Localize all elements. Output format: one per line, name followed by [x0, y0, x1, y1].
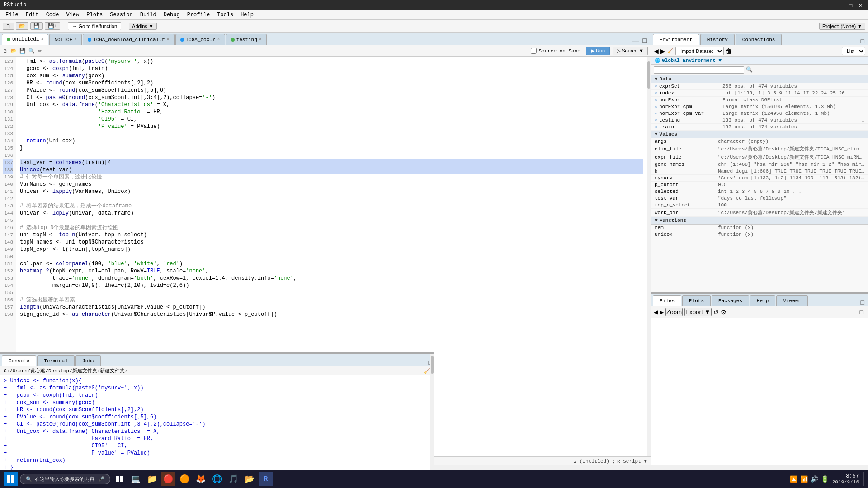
taskbar-app-8[interactable]: 📂 — [242, 472, 257, 486]
env-var-name[interactable]: rem — [655, 225, 718, 230]
show-desktop-button[interactable] — [863, 472, 864, 486]
list-view-dropdown[interactable]: List — [842, 47, 865, 55]
save-script-button[interactable]: 💾 — [19, 48, 26, 54]
console-broom-button[interactable]: 🧹 — [424, 368, 430, 374]
env-back-button[interactable]: ◀ — [654, 47, 659, 55]
env-var-name[interactable]: work_dir — [655, 210, 718, 216]
tab-close[interactable]: × — [74, 37, 77, 42]
tab-terminal[interactable]: Terminal — [37, 355, 75, 366]
tab-viewer[interactable]: Viewer — [776, 295, 808, 306]
tray-icon-1[interactable]: 🔼 — [790, 475, 797, 483]
tab-jobs[interactable]: Jobs — [75, 355, 101, 366]
env-var-name[interactable]: p_cutoff — [655, 182, 718, 188]
start-button[interactable] — [4, 472, 18, 486]
menu-edit[interactable]: Edit — [22, 11, 42, 19]
env-var-name[interactable]: norExpr_cpm_var — [659, 111, 722, 116]
taskbar-app-6[interactable]: 🌐 — [210, 472, 224, 486]
source-button[interactable]: ▷ Source ▼ — [613, 47, 648, 55]
tab-files[interactable]: Files — [653, 295, 681, 306]
tab-environment[interactable]: Environment — [653, 34, 699, 45]
env-var-name[interactable]: args — [655, 139, 718, 144]
env-var-name[interactable]: index — [659, 90, 722, 96]
source-on-save-label[interactable]: Source on Save — [531, 48, 580, 54]
tab-packages[interactable]: Packages — [712, 295, 749, 306]
microphone-icon[interactable]: 🎤 — [98, 476, 104, 482]
env-var-name[interactable]: norExpr — [659, 97, 722, 103]
menu-debug[interactable]: Debug — [160, 11, 184, 19]
tray-network-icon[interactable]: 📶 — [800, 475, 808, 483]
env-var-name[interactable]: selected — [655, 189, 718, 194]
spreadsheet-icon-2[interactable]: ⊞ — [862, 124, 864, 130]
maximize-editor-button[interactable]: □ — [641, 37, 649, 45]
tab-testing[interactable]: testing × — [226, 34, 267, 45]
menu-file[interactable]: File — [2, 11, 22, 19]
save-button[interactable]: 💾 — [30, 22, 43, 30]
env-forward-button[interactable]: ▶ — [660, 47, 665, 55]
new-file-button[interactable]: 🗋 — [3, 23, 14, 30]
export-button[interactable]: Export ▼ — [684, 308, 711, 316]
env-clear-button[interactable]: 🗑 — [726, 47, 732, 55]
env-var-name[interactable]: mysurv — [655, 175, 718, 181]
console-text[interactable]: > Unicox <- function(x){ + fml <- as.for… — [0, 375, 434, 470]
zoom-button[interactable]: Zoom — [665, 308, 683, 316]
system-clock[interactable]: 8:57 2019/9/16 — [832, 473, 859, 485]
find-button[interactable]: 🔍 — [28, 48, 35, 54]
tray-volume-icon[interactable]: 🔊 — [811, 475, 818, 483]
tab-close[interactable]: × — [41, 37, 43, 42]
env-var-name[interactable]: k — [655, 169, 718, 174]
taskbar-search[interactable]: 🔍 在这里输入你要搜索的内容 🎤 — [20, 474, 110, 484]
script-type[interactable]: R Script ▼ — [617, 459, 647, 464]
minimize-files-pane[interactable]: — — [846, 309, 856, 316]
tab-untitled1[interactable]: Untitled1 × — [2, 34, 48, 45]
taskbar-app-rstudio[interactable]: R — [259, 472, 273, 486]
import-dataset-dropdown[interactable]: Import Dataset — [675, 47, 724, 55]
tab-tcga-cox[interactable]: TCGA_cox.r × — [175, 34, 225, 45]
functions-section-toggle[interactable]: ▼ — [655, 218, 658, 223]
taskbar-app-5[interactable]: 🦊 — [193, 472, 208, 486]
menu-plots[interactable]: Plots — [83, 11, 106, 19]
files-refresh-button[interactable]: ↺ — [713, 309, 719, 316]
maximize-env-button[interactable]: □ — [859, 38, 866, 45]
edit-button[interactable]: ✏ — [38, 48, 42, 54]
close-button[interactable]: ✕ — [857, 1, 864, 9]
env-var-name[interactable]: test_var — [655, 196, 718, 201]
addins-button[interactable]: Addins ▼ — [129, 23, 157, 30]
maximize-button[interactable]: ❐ — [847, 1, 854, 9]
goto-file-button[interactable]: → Go to file/function — [68, 22, 121, 30]
taskbar-app-2[interactable]: 📁 — [145, 472, 159, 486]
taskbar-app-1[interactable]: 💻 — [128, 472, 143, 486]
taskbar-app-3[interactable]: 🔴 — [161, 472, 175, 486]
minimize-console-button[interactable]: — — [422, 359, 429, 366]
env-var-name[interactable]: top_n_select — [655, 202, 718, 208]
env-var-name[interactable]: Unicox — [655, 232, 718, 237]
tab-console[interactable]: Console — [2, 355, 36, 366]
tab-history[interactable]: History — [700, 34, 735, 45]
tab-plots[interactable]: Plots — [682, 295, 711, 306]
env-broom-button[interactable]: 🧹 — [667, 48, 674, 54]
global-env-label[interactable]: Global Environment ▼ — [662, 58, 722, 63]
tab-help[interactable]: Help — [750, 295, 775, 306]
tab-close[interactable]: × — [217, 37, 220, 42]
minimize-editor-button[interactable]: — — [630, 37, 641, 45]
source-on-save-checkbox[interactable] — [531, 48, 537, 54]
menu-session[interactable]: Session — [106, 11, 136, 19]
maximize-files-button[interactable]: □ — [859, 299, 866, 306]
data-section-toggle[interactable]: ▼ — [655, 76, 658, 82]
open-file-button[interactable]: 📂 — [16, 22, 28, 30]
env-var-name[interactable]: train — [659, 124, 722, 130]
tab-connections[interactable]: Connections — [736, 34, 782, 45]
env-search-input[interactable] — [654, 66, 744, 74]
env-var-name[interactable]: exprSet — [659, 84, 722, 89]
env-var-name[interactable]: expr_file — [655, 155, 718, 160]
files-back-button[interactable]: ◀ — [654, 309, 658, 315]
spreadsheet-icon[interactable]: ⊞ — [862, 117, 864, 123]
taskbar-app-7[interactable]: 🎵 — [226, 472, 241, 486]
project-button[interactable]: Project: (None) ▼ — [819, 23, 865, 30]
env-var-name[interactable]: gene_names — [655, 162, 718, 167]
task-view-button[interactable] — [112, 472, 127, 486]
values-section-toggle[interactable]: ▼ — [655, 131, 658, 137]
tab-notice[interactable]: NOTICE × — [49, 34, 82, 45]
tab-close[interactable]: × — [259, 37, 262, 42]
tab-close[interactable]: × — [167, 37, 170, 42]
env-var-name[interactable]: clin_file — [655, 146, 718, 152]
